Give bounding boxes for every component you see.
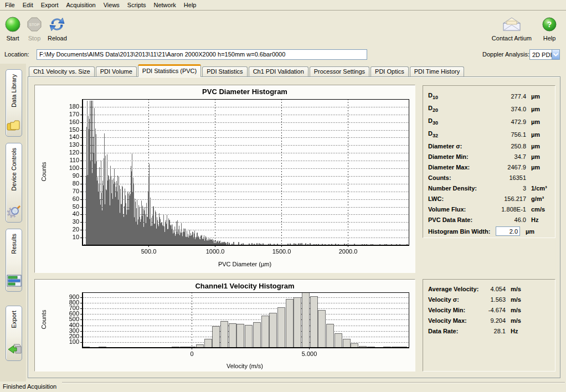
bar-chart-icon [7, 274, 22, 288]
pvc-diameter-histogram-canvas [35, 86, 414, 272]
reload-button[interactable]: Reload [48, 16, 67, 42]
stat-value: 3 [487, 185, 526, 192]
stat-units: m/s [506, 317, 521, 324]
velocity-chart-ylabel: Counts [40, 292, 47, 347]
gear-magnifier-icon [6, 204, 22, 219]
menu-item-export[interactable]: Export [37, 1, 63, 9]
stat-units: µm [526, 153, 540, 160]
sidebar-item-data-library[interactable]: Data Library [6, 69, 22, 137]
location-label: Location: [4, 51, 29, 58]
stat-label: D32 [428, 130, 487, 138]
doppler-analysis-select[interactable]: 2D PDI [529, 49, 560, 60]
tab-pdi-statistics[interactable]: PDI Statistics [202, 66, 247, 77]
menu-item-file[interactable]: File [1, 1, 19, 9]
tab-pdi-volume[interactable]: PDI Volume [96, 66, 137, 77]
stat-label: Counts: [428, 174, 487, 181]
stat-row-d10: D10277.4µm [428, 90, 549, 102]
stat-row-counts: Counts:16351 [428, 172, 549, 183]
contact-artium-button[interactable]: Contact Artium [492, 16, 532, 42]
menu-item-network[interactable]: Network [150, 1, 179, 9]
location-value: F:\My Documents\AIMS Data\2013\2013\11\2… [39, 51, 285, 58]
stat-row-average-velocity: Average Velocity:4.054m/s [428, 283, 549, 294]
start-button[interactable]: Start [4, 16, 21, 42]
status-bar: Finished Acquisition [0, 381, 566, 392]
stat-value: 374.0 [487, 106, 526, 112]
stat-row-data-rate: Data Rate:28.1Hz [428, 326, 549, 336]
stat-value: 277.4 [487, 93, 526, 100]
folders-icon [6, 118, 22, 133]
stat-row-diameter-min: Diameter Min:34.7µm [428, 151, 549, 162]
stat-row-velocity-max: Velocity Max:9.204m/s [428, 315, 549, 326]
tab-processor-settings[interactable]: Processor Settings [310, 66, 369, 77]
tab-ch1-velocity-vs-size[interactable]: Ch1 Velocity vs. Size [29, 66, 95, 77]
stat-label: D10 [428, 92, 487, 100]
stat-label: Velocity σ: [428, 296, 481, 303]
velocity-chart-title: Channel1 Velocity Histogram [81, 282, 408, 290]
tab-ch1-pdi-validation[interactable]: Ch1 PDI Validation [249, 66, 308, 77]
velocity-histogram-canvas [35, 280, 414, 372]
stat-value: 156.217 [487, 195, 526, 202]
pvc-chart-title: PVC Diameter Histogram [81, 87, 408, 96]
doppler-analysis-label: Doppler Analysis: [482, 51, 529, 58]
stat-row-number-density: Number Density:31/cm³ [428, 183, 549, 193]
menu-item-views[interactable]: Views [100, 1, 124, 9]
stat-label: Volume Flux: [428, 206, 487, 213]
svg-text:STOP: STOP [29, 23, 40, 27]
stat-units: Hz [506, 328, 518, 334]
sidebar-item-export[interactable]: Export [6, 306, 22, 361]
sidebar-item-label: Results [11, 234, 17, 254]
pvc-chart-ylabel: Counts [40, 144, 47, 199]
stat-units: µm [526, 164, 540, 171]
tab-pdi-time-history[interactable]: PDI Time History [410, 66, 465, 77]
stat-value: 34.7 [487, 153, 526, 160]
pvc-statistics-panel: D10277.4µmD20374.0µmD30472.9µmD32756.1µm… [423, 85, 555, 238]
contact-artium-label: Contact Artium [492, 35, 532, 42]
stat-units: 1/cm³ [526, 185, 547, 192]
stat-value: -4.674 [481, 307, 506, 313]
menu-item-scripts[interactable]: Scripts [124, 1, 150, 9]
histogram-bin-width-units: µm [520, 228, 534, 235]
help-button[interactable]: ? Help [542, 16, 557, 42]
stat-label: Diameter σ: [428, 143, 487, 149]
menu-item-edit[interactable]: Edit [19, 1, 37, 9]
stat-value: 1.563 [481, 296, 506, 303]
stat-value: 9.204 [481, 317, 506, 324]
chevron-down-icon[interactable] [552, 50, 559, 59]
stat-label: D30 [428, 117, 487, 126]
stat-units: µm [526, 143, 540, 149]
location-input[interactable]: F:\My Documents\AIMS Data\2013\2013\11\2… [37, 49, 367, 60]
stat-units: µm [526, 118, 540, 125]
stat-value: 250.8 [487, 143, 526, 149]
stat-units: m/s [506, 307, 521, 313]
tab-pdi-optics[interactable]: PDI Optics [371, 66, 409, 77]
menu-item-acquisition[interactable]: Acquisition [63, 1, 100, 9]
doppler-analysis-value: 2D PDI [530, 51, 552, 58]
stat-label: LWC: [428, 195, 487, 202]
stat-row-d30: D30472.9µm [428, 115, 549, 128]
stat-units: m/s [506, 296, 521, 303]
sidebar-item-device-controls[interactable]: Device Controls [6, 143, 22, 223]
stat-value: 16351 [487, 174, 526, 181]
stop-button-label: Stop [28, 35, 41, 42]
status-bar-groove [62, 382, 565, 383]
export-arrow-icon [6, 342, 22, 358]
stat-row-volume-flux: Volume Flux:1.808E-1cm/s [428, 204, 549, 214]
start-icon [4, 16, 21, 33]
stat-label: PVC Data Rate: [428, 216, 487, 223]
stat-label: D20 [428, 105, 487, 113]
stat-units: cm/s [526, 206, 545, 213]
velocity-statistics-panel: Average Velocity:4.054m/sVelocity σ:1.56… [423, 279, 555, 372]
reload-icon [48, 16, 66, 33]
histogram-bin-width-input[interactable] [496, 226, 520, 236]
stat-value: 28.1 [481, 328, 506, 334]
stop-button[interactable]: STOP Stop [27, 16, 42, 42]
sidebar-item-label: Data Library [11, 74, 17, 107]
sidebar-item-results[interactable]: Results [6, 229, 22, 292]
status-text: Finished Acquisition [3, 383, 56, 390]
menu-item-help[interactable]: Help [180, 1, 200, 9]
pvc-chart-xlabel: PVC Diameter (µm) [81, 261, 408, 267]
stat-row-lwc: LWC:156.217g/m³ [428, 193, 549, 204]
stat-row-diameter-max: Diameter Max:2467.9µm [428, 162, 549, 172]
stat-value: 2467.9 [487, 164, 526, 171]
tab-pdi-statistics-pvc[interactable]: PDI Statistics (PVC) [138, 64, 201, 77]
